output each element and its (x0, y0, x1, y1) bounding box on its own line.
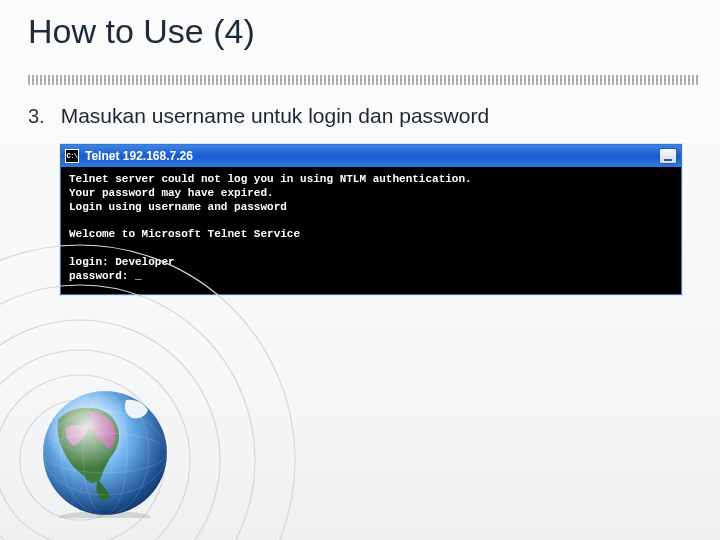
terminal-body: Telnet server could not log you in using… (61, 167, 681, 294)
divider (28, 75, 700, 85)
terminal-password-line: password: _ (69, 270, 673, 284)
minimize-icon (664, 159, 672, 161)
slide-container: How to Use (4) 3. Masukan username untuk… (0, 0, 720, 540)
window-title: Telnet 192.168.7.26 (85, 149, 653, 163)
bullet-number: 3. (28, 105, 45, 128)
system-menu-icon-label: C:\ (66, 152, 77, 160)
terminal-line: Telnet server could not log you in using… (69, 173, 673, 187)
terminal-blank (69, 242, 673, 256)
bullet-text: Masukan username untuk login dan passwor… (61, 104, 489, 128)
svg-point-12 (43, 391, 167, 515)
terminal-line: Welcome to Microsoft Telnet Service (69, 228, 673, 242)
window-titlebar: C:\ Telnet 192.168.7.26 (61, 145, 681, 167)
terminal-line: Login using username and password (69, 201, 673, 215)
globe-icon (40, 388, 170, 518)
terminal-blank (69, 214, 673, 228)
terminal-window: C:\ Telnet 192.168.7.26 Telnet server co… (60, 144, 682, 295)
svg-point-13 (59, 511, 151, 518)
terminal-login-line: login: Developer (69, 256, 673, 270)
instruction-row: 3. Masukan username untuk login dan pass… (28, 104, 489, 128)
terminal-line: Your password may have expired. (69, 187, 673, 201)
system-menu-icon[interactable]: C:\ (65, 149, 79, 163)
minimize-button[interactable] (659, 148, 677, 164)
page-title: How to Use (4) (28, 12, 255, 51)
